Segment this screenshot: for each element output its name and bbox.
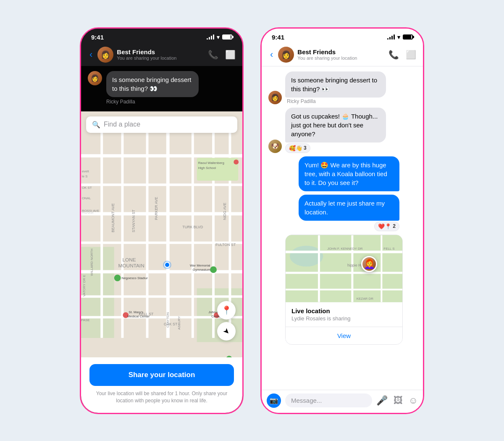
svg-text:le S: le S	[82, 174, 88, 178]
svg-text:OK ST: OK ST	[82, 186, 92, 190]
input-actions: 🎤 🖼 ☺	[376, 395, 418, 406]
svg-rect-58	[286, 235, 402, 302]
svg-text:PARKER AVE: PARKER AVE	[154, 197, 158, 220]
location-card-title: Live location	[291, 307, 396, 314]
status-bar-left: 9:41 ▾	[81, 29, 242, 43]
svg-text:VATORY DR E: VATORY DR E	[82, 275, 86, 296]
video-icon-left[interactable]: ⬜	[225, 50, 236, 60]
svg-text:ONAL: ONAL	[82, 196, 91, 200]
map-background: STANYAN ST BEAUMONT AVE PARKER AVE NIDG …	[81, 111, 242, 357]
chat-header-right: ‹ 👩 Best Friends You are sharing your lo…	[262, 43, 423, 66]
msg3-placeholder	[403, 178, 416, 191]
location-card-info: Live location Lydie Rosales is sharing	[286, 302, 402, 327]
svg-text:War Memorial: War Memorial	[190, 263, 210, 267]
microphone-icon[interactable]: 🎤	[376, 395, 388, 406]
msg2-reaction-emojis: 🥰👋	[289, 145, 302, 151]
location-map-preview: JOHN F. KENNEDY DR FELL S KEZAR DR hippi…	[286, 235, 402, 302]
status-bar-right: 9:41 ▾	[262, 29, 423, 43]
dark-bubble-text: Is someone bringing dessert to this thin…	[112, 76, 191, 92]
msg2-text: Got us cupcakes! 🧁 Though... just got he…	[291, 113, 378, 137]
svg-text:Raoul Wallenberg: Raoul Wallenberg	[198, 161, 224, 165]
svg-text:Gymnasium: Gymnasium	[193, 268, 210, 272]
video-icon-right[interactable]: ⬜	[406, 50, 416, 60]
location-view-button[interactable]: View	[286, 327, 402, 344]
msg1-avatar: 👩	[268, 91, 282, 104]
msg1-text: Is someone bringing dessert to this thin…	[291, 77, 377, 92]
location-map-bg: JOHN F. KENNEDY DR FELL S KEZAR DR hippi…	[286, 235, 402, 302]
svg-text:TURK BLVD: TURK BLVD	[182, 224, 203, 229]
signal-icon-right	[387, 34, 395, 40]
message-input[interactable]: Message...	[285, 393, 372, 407]
wifi-icon-right: ▾	[397, 34, 400, 40]
photo-icon[interactable]: 🖼	[394, 395, 403, 406]
svg-text:WILLARD NORTH: WILLARD NORTH	[90, 248, 94, 275]
msg4-placeholder	[403, 218, 416, 231]
header-info-left: Best Friends You are sharing your locati…	[117, 48, 205, 61]
chat-header-left: ‹ 👩 Best Friends You are sharing your lo…	[81, 43, 242, 66]
header-subtitle-right: You are sharing your location	[297, 55, 385, 61]
svg-text:PASE: PASE	[81, 318, 89, 322]
sticker-icon[interactable]: ☺	[409, 395, 418, 406]
header-name-left: Best Friends	[117, 48, 205, 55]
msg4-reaction-bubble[interactable]: ❤️📍 2	[374, 222, 399, 231]
location-card-subtitle: Lydie Rosales is sharing	[291, 315, 396, 322]
back-button-left[interactable]: ‹	[88, 48, 94, 62]
msg2-bubble: Got us cupcakes! 🧁 Though... just got he…	[285, 108, 386, 143]
svg-text:NIDG AVE: NIDG AVE	[223, 202, 227, 219]
back-button-right[interactable]: ‹	[268, 48, 275, 62]
left-phone: 9:41 ▾ ‹ 👩 Best Friends You are sharing …	[80, 27, 244, 414]
phone-icon-left[interactable]: 📞	[208, 50, 218, 60]
msg2-reactions: 🥰👋 3	[285, 143, 386, 153]
header-avatar-right: 👩	[278, 47, 294, 63]
svg-text:FELL S: FELL S	[383, 247, 394, 251]
msg1-bubble: Is someone bringing dessert to this thin…	[285, 71, 386, 98]
map-search-bar[interactable]: 🔍 Find a place	[86, 116, 237, 133]
search-input: Find a place	[104, 121, 140, 128]
status-icons-left: ▾	[207, 34, 232, 40]
svg-text:Medical Center: Medical Center	[127, 314, 150, 318]
msg3-text: Yum! 🤩 We are by this huge tree, with a …	[304, 161, 387, 186]
battery-icon-left	[222, 34, 232, 40]
time-left: 9:41	[91, 34, 104, 41]
location-button[interactable]: ➤	[217, 322, 236, 341]
map-container[interactable]: STANYAN ST BEAUMONT AVE PARKER AVE NIDG …	[81, 111, 242, 357]
svg-text:evelt: evelt	[82, 169, 89, 173]
location-dot	[164, 262, 170, 268]
svg-text:CLAYTON: CLAYTON	[166, 312, 170, 327]
location-user-avatar: 👩‍🦰	[361, 256, 377, 272]
compass-icon: ➤	[221, 326, 232, 337]
msg1-sender: Ricky Padilla	[285, 98, 386, 104]
svg-text:BEAUMONT AVE: BEAUMONT AVE	[111, 203, 115, 232]
header-actions-left: 📞 ⬜	[208, 50, 236, 60]
camera-button[interactable]: 📷	[267, 393, 281, 408]
map-svg: STANYAN ST BEAUMONT AVE PARKER AVE NIDG …	[81, 111, 242, 357]
msg2-reaction-count: 3	[304, 145, 307, 151]
message-placeholder: Message...	[291, 397, 322, 404]
location-card: JOHN F. KENNEDY DR FELL S KEZAR DR hippi…	[285, 235, 403, 345]
dark-overlay: 👩 Is someone bringing dessert to this th…	[81, 66, 242, 111]
svg-text:MOUNTAIN: MOUNTAIN	[118, 263, 144, 269]
search-icon: 🔍	[92, 121, 100, 129]
share-location-button[interactable]: Share your location	[89, 364, 234, 386]
svg-text:KEZAR DR: KEZAR DR	[357, 297, 373, 301]
header-subtitle-left: You are sharing your location	[117, 55, 205, 61]
signal-icon-left	[207, 34, 214, 40]
phone-icon-right[interactable]: 📞	[388, 50, 399, 60]
svg-point-44	[226, 356, 232, 357]
dark-message: 👩 Is someone bringing dessert to this th…	[88, 71, 236, 105]
message-row-3: Yum! 🤩 We are by this huge tree, with a …	[268, 156, 416, 191]
msg4-reaction-emojis: ❤️📍	[378, 223, 391, 230]
msg4-text: Actually let me just share my location.	[304, 200, 385, 216]
header-avatar-left: 👩	[97, 47, 113, 63]
time-right: 9:41	[272, 34, 284, 41]
svg-text:ROSSI: ROSSI	[82, 210, 94, 214]
svg-text:JOHN F. KENNEDY DR: JOHN F. KENNEDY DR	[327, 247, 362, 251]
dark-bubble-sender: Ricky Padilla	[106, 99, 199, 105]
chat-messages: 👩 Is someone bringing dessert to this th…	[262, 66, 423, 390]
svg-text:St. Mary's: St. Mary's	[129, 310, 143, 314]
pin-button[interactable]: 📍	[217, 301, 236, 320]
message-row-2: 🐶 Got us cupcakes! 🧁 Though... just got …	[268, 108, 416, 153]
pin-icon: 📍	[221, 305, 232, 315]
msg2-reaction-bubble[interactable]: 🥰👋 3	[285, 143, 310, 153]
msg5-placeholder	[268, 331, 282, 345]
